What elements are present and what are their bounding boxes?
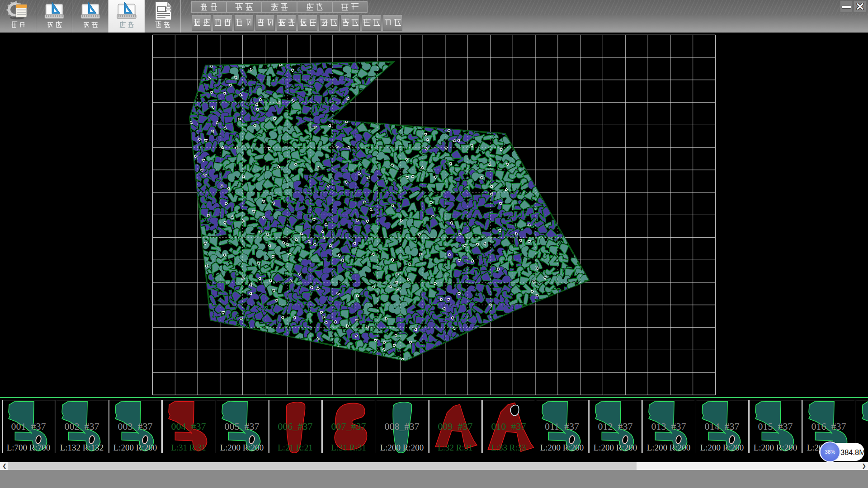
svg-text:001_#37: 001_#37: [11, 421, 46, 432]
svg-text:L:200 R:200: L:200 R:200: [647, 443, 691, 452]
svg-text:005_#37: 005_#37: [225, 421, 259, 432]
svg-text:L:200 R:200: L:200 R:200: [700, 443, 744, 452]
svg-text:L:33 R:33: L:33 R:33: [491, 443, 526, 452]
svg-text:L:200 R:200: L:200 R:200: [113, 443, 157, 452]
svg-text:008_#37: 008_#37: [385, 421, 420, 432]
svg-text:L:200 R:200: L:200 R:200: [220, 443, 264, 452]
svg-text:002_#37: 002_#37: [65, 421, 99, 432]
svg-text:006_#37: 006_#37: [278, 421, 313, 432]
svg-text:L:32 R:31: L:32 R:31: [438, 443, 473, 452]
svg-text:003_#37: 003_#37: [118, 421, 153, 432]
svg-text:L:200 R:200: L:200 R:200: [754, 443, 797, 452]
svg-text:L:31 R:31: L:31 R:31: [171, 443, 206, 452]
svg-text:009_#37: 009_#37: [438, 421, 473, 432]
svg-text:016_#37: 016_#37: [811, 421, 846, 432]
svg-text:L:200 R:200: L:200 R:200: [380, 443, 424, 452]
svg-text:004_#37: 004_#37: [171, 421, 206, 432]
svg-text:L:31 R:31: L:31 R:31: [331, 443, 366, 452]
svg-text:L:200 R:200: L:200 R:200: [540, 443, 584, 452]
svg-text:011_#37: 011_#37: [545, 421, 579, 432]
svg-text:010_#37: 010_#37: [491, 421, 526, 432]
svg-text:015_#37: 015_#37: [758, 421, 793, 432]
svg-text:L:132 R:132: L:132 R:132: [60, 443, 104, 452]
svg-text:L:700 R:700: L:700 R:700: [7, 443, 51, 452]
svg-text:007_#37: 007_#37: [331, 421, 366, 432]
svg-text:014_#37: 014_#37: [705, 421, 740, 432]
svg-text:013_#37: 013_#37: [651, 421, 686, 432]
svg-text:L:21 R:21: L:21 R:21: [278, 443, 313, 452]
svg-text:L:200 R:200: L:200 R:200: [594, 443, 637, 452]
svg-text:012_#37: 012_#37: [598, 421, 633, 432]
